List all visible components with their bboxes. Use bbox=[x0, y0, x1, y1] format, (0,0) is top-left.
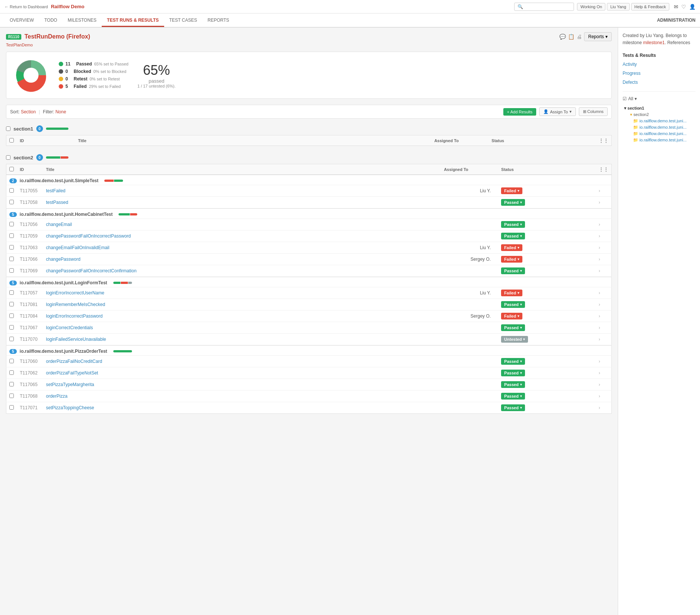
row-T117065-expand[interactable]: › bbox=[599, 382, 600, 387]
return-link[interactable]: ← Return to Dashboard bbox=[4, 4, 48, 9]
row-T117084-expand[interactable]: › bbox=[599, 313, 600, 319]
row-T117057-title[interactable]: loginErrorIncorrectUserName bbox=[46, 290, 104, 296]
print-icon[interactable]: 🖨 bbox=[577, 34, 582, 40]
row-T117059-expand[interactable]: › bbox=[599, 233, 600, 239]
row-T117063-expand[interactable]: › bbox=[599, 245, 600, 250]
row-T117058-title[interactable]: testPassed bbox=[46, 200, 68, 205]
failed-label: Failed bbox=[74, 84, 87, 89]
user-btn[interactable]: Liu Yang bbox=[607, 3, 629, 10]
row-T117071-title[interactable]: setPizzaToppingCheese bbox=[46, 405, 94, 410]
tab-test-runs[interactable]: TEST RUNS & RESULTS bbox=[102, 15, 164, 27]
row-T117084-title[interactable]: loginErrorIncorrectPassword bbox=[46, 313, 102, 319]
row-T117062-expand[interactable]: › bbox=[599, 370, 600, 376]
mail-icon[interactable]: ✉ bbox=[674, 4, 678, 10]
row-T117067-title[interactable]: loginCorrectCredentials bbox=[46, 325, 93, 330]
tree-section1[interactable]: ▾ section1 bbox=[623, 105, 696, 111]
admin-link[interactable]: ADMINISTRATION bbox=[657, 18, 696, 23]
sidebar-all-button[interactable]: ☑ All ▾ bbox=[623, 95, 696, 103]
row-T117058-expand[interactable]: › bbox=[599, 200, 600, 205]
row-T117059-checkbox[interactable] bbox=[9, 233, 14, 238]
row-T117068-expand[interactable]: › bbox=[599, 394, 600, 399]
working-on-btn[interactable]: Working On bbox=[577, 3, 605, 10]
row-T117063-checkbox[interactable] bbox=[9, 245, 14, 250]
tree-file-1[interactable]: 📁 io.railflow.demo.test.juni... bbox=[623, 124, 696, 131]
tree-file-3[interactable]: 📁 io.railflow.demo.test.juni... bbox=[623, 137, 696, 143]
failed-sub: 29% set to Failed bbox=[89, 84, 121, 89]
row-T117067-expand[interactable]: › bbox=[599, 325, 600, 330]
tab-overview[interactable]: OVERVIEW bbox=[4, 15, 39, 27]
sidebar-nav-activity[interactable]: Activity bbox=[623, 60, 696, 69]
row-T117071-checkbox[interactable] bbox=[9, 405, 14, 410]
row-T117060-checkbox[interactable] bbox=[9, 359, 14, 363]
sort-value[interactable]: Section bbox=[21, 109, 36, 114]
row-T117063-title[interactable]: changeEmailFailOnInvalidEmail bbox=[46, 245, 109, 250]
row-T117081-expand[interactable]: › bbox=[599, 302, 600, 307]
sidebar-nav-progress[interactable]: Progress bbox=[623, 69, 696, 78]
tab-milestones[interactable]: MILESTONES bbox=[62, 15, 102, 27]
row-T117057-checkbox[interactable] bbox=[9, 290, 14, 295]
tab-todo[interactable]: TODO bbox=[39, 15, 62, 27]
row-T117067-checkbox[interactable] bbox=[9, 325, 14, 330]
bell-icon[interactable]: ♡ bbox=[681, 4, 686, 10]
row-T117070-checkbox[interactable] bbox=[9, 337, 14, 341]
row-T117062-checkbox[interactable] bbox=[9, 370, 14, 375]
columns-button[interactable]: ⊞ Columns bbox=[579, 107, 608, 116]
row-T117055-title[interactable]: testFailed bbox=[46, 188, 65, 193]
row-T117055-checkbox[interactable] bbox=[9, 188, 14, 193]
row-T117065-checkbox[interactable] bbox=[9, 382, 14, 386]
row-T117068-checkbox[interactable] bbox=[9, 394, 14, 398]
row-T117069-expand[interactable]: › bbox=[599, 268, 600, 273]
tree-section2[interactable]: ▾ section2 bbox=[623, 111, 696, 118]
reports-button[interactable]: Reports ▾ bbox=[584, 32, 612, 41]
edit-icon[interactable]: 📋 bbox=[568, 34, 574, 40]
sidebar-nav-defects[interactable]: Defects bbox=[623, 78, 696, 87]
assign-to-button[interactable]: 👤 Assign To ▾ bbox=[539, 107, 576, 116]
row-T117066-title[interactable]: changePassword bbox=[46, 257, 80, 262]
section2-select-all[interactable] bbox=[9, 167, 14, 171]
row-T117056-expand[interactable]: › bbox=[599, 222, 600, 227]
row-T117059-title[interactable]: changePasswordFailOnIncorrectPassword bbox=[46, 233, 131, 239]
tab-test-cases[interactable]: TEST CASES bbox=[164, 15, 202, 27]
section1-checkbox[interactable] bbox=[6, 126, 10, 131]
section1-bar bbox=[46, 128, 68, 130]
row-T117081-title[interactable]: loginRememberMeIsChecked bbox=[46, 302, 105, 307]
row-T117084-checkbox[interactable] bbox=[9, 313, 14, 318]
add-results-button[interactable]: + Add Results bbox=[503, 108, 536, 116]
row-T117068-title[interactable]: orderPizza bbox=[46, 394, 67, 399]
row-T117060-title[interactable]: orderPizzaFailNoCreditCard bbox=[46, 359, 102, 364]
user-icon[interactable]: 👤 bbox=[689, 4, 696, 10]
row-T117081-checkbox[interactable] bbox=[9, 302, 14, 306]
section2-col-options[interactable]: ⋮⋮ bbox=[599, 166, 608, 172]
row-T117056-title[interactable]: changeEmail bbox=[46, 222, 72, 227]
table-row: T117062 orderPizzaFailTypeNotSet Passed … bbox=[6, 367, 612, 379]
section1-select-all[interactable] bbox=[9, 138, 14, 143]
row-T117071-expand[interactable]: › bbox=[599, 405, 600, 410]
filter-value[interactable]: None bbox=[55, 109, 66, 114]
row-T117055-expand[interactable]: › bbox=[599, 188, 600, 193]
help-btn[interactable]: Help & Feedback bbox=[631, 3, 669, 10]
breadcrumb[interactable]: TestPlanDemo bbox=[6, 43, 612, 47]
row-T117069-title[interactable]: changePasswordFailOnIncorrectConfirmatio… bbox=[46, 268, 136, 273]
tab-reports[interactable]: REPORTS bbox=[202, 15, 234, 27]
tree-file-2[interactable]: 📁 io.railflow.demo.test.juni... bbox=[623, 131, 696, 137]
section2-checkbox[interactable] bbox=[6, 155, 10, 160]
blocked-sub: 0% set to Blocked bbox=[93, 69, 126, 74]
row-T117058-checkbox[interactable] bbox=[9, 200, 14, 204]
row-T117070-title[interactable]: loginFailedServiceUnavailable bbox=[46, 337, 106, 342]
row-T117070-expand[interactable]: › bbox=[599, 337, 600, 342]
search-input[interactable] bbox=[514, 3, 574, 11]
row-T117057-expand[interactable]: › bbox=[599, 290, 600, 296]
row-T117056-checkbox[interactable] bbox=[9, 222, 14, 226]
row-T117066-checkbox[interactable] bbox=[9, 257, 14, 261]
row-T117065-title[interactable]: setPizzaTypeMargherita bbox=[46, 382, 94, 387]
row-T117069-checkbox[interactable] bbox=[9, 268, 14, 273]
milestone-link[interactable]: milestone1 bbox=[643, 40, 665, 45]
section1-col-options[interactable]: ⋮⋮ bbox=[599, 138, 608, 143]
section2-col-title: Title bbox=[43, 164, 329, 175]
row-T117062-title[interactable]: orderPizzaFailTypeNotSet bbox=[46, 370, 98, 376]
comment-icon[interactable]: 💬 bbox=[559, 34, 566, 40]
row-T117066-expand[interactable]: › bbox=[599, 257, 600, 262]
sidebar-nav-tests[interactable]: Tests & Results bbox=[623, 51, 696, 60]
tree-file-0[interactable]: 📁 io.railflow.demo.test.juni... bbox=[623, 118, 696, 124]
row-T117060-expand[interactable]: › bbox=[599, 359, 600, 364]
